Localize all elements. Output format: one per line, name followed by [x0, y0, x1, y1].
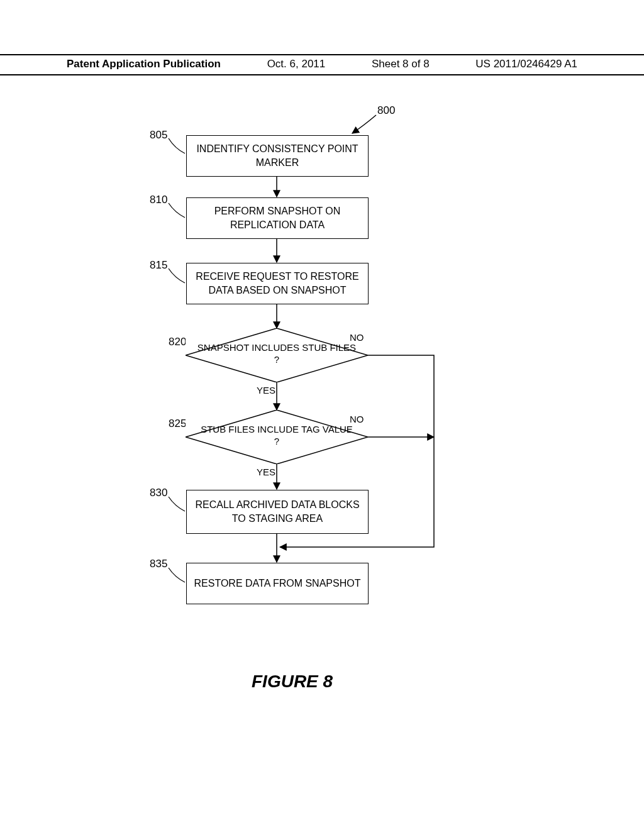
box-815: RECEIVE REQUEST TO RESTORE DATA BASED ON… [186, 263, 369, 304]
ref-825: 825 [169, 418, 186, 430]
label-820-no: NO [350, 332, 364, 343]
header-date: Oct. 6, 2011 [267, 58, 326, 70]
ref-810: 810 [150, 194, 167, 206]
diamond-825-text: STUB FILES INCLUDE TAG VALUE ? [186, 424, 368, 448]
ref-800: 800 [377, 104, 395, 117]
ref-830: 830 [150, 487, 167, 499]
header-pubno: US 2011/0246429 A1 [475, 58, 577, 70]
flowchart: 800 805 810 815 820 825 830 835 INDENTIF… [0, 94, 644, 723]
ref-815: 815 [150, 259, 167, 272]
box-805: INDENTIFY CONSISTENCY POINT MARKER [186, 135, 369, 177]
header-sheet: Sheet 8 of 8 [372, 58, 430, 70]
diamond-820: SNAPSHOT INCLUDES STUB FILES ? [186, 328, 368, 382]
diamond-825: STUB FILES INCLUDE TAG VALUE ? [186, 410, 368, 464]
header-rule [0, 74, 644, 75]
box-830: RECALL ARCHIVED DATA BLOCKS TO STAGING A… [186, 490, 369, 534]
label-825-yes: YES [257, 467, 275, 477]
diamond-820-text: SNAPSHOT INCLUDES STUB FILES ? [186, 342, 368, 366]
label-820-yes: YES [257, 385, 275, 396]
ref-835: 835 [150, 558, 167, 570]
page-header: Patent Application Publication Oct. 6, 2… [0, 54, 644, 75]
box-810: PERFORM SNAPSHOT ON REPLICATION DATA [186, 197, 369, 239]
ref-805: 805 [150, 129, 167, 141]
header-left: Patent Application Publication [67, 58, 221, 70]
ref-820: 820 [169, 336, 186, 348]
figure-caption: FIGURE 8 [252, 672, 333, 692]
label-825-no: NO [350, 414, 364, 424]
box-835: RESTORE DATA FROM SNAPSHOT [186, 563, 369, 604]
